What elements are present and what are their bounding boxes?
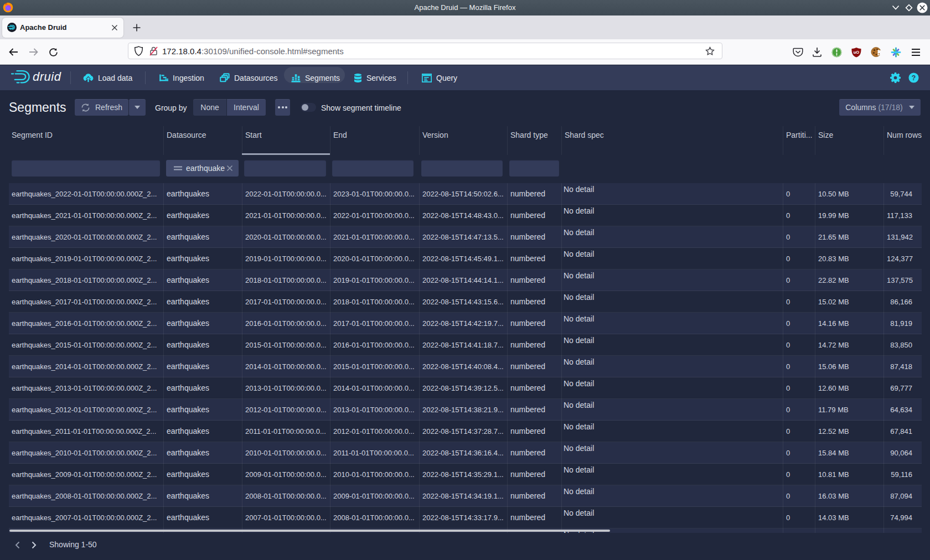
svg-text:uO: uO <box>854 50 860 55</box>
svg-text:?: ? <box>912 74 916 82</box>
